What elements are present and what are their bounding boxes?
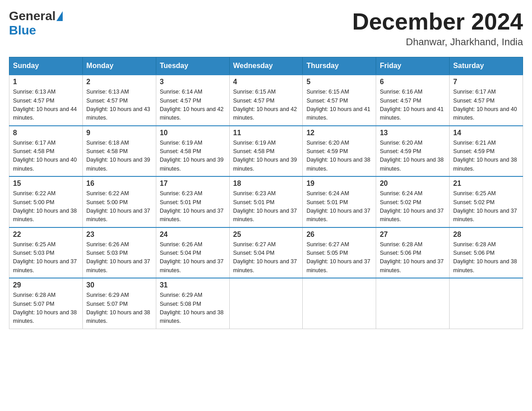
day-number: 16 bbox=[86, 180, 152, 188]
month-title: December 2024 bbox=[352, 9, 523, 34]
day-number: 20 bbox=[380, 180, 446, 188]
calendar-cell bbox=[229, 278, 303, 329]
calendar-cell: 18 Sunrise: 6:23 AMSunset: 5:01 PMDaylig… bbox=[229, 176, 303, 227]
calendar-cell: 2 Sunrise: 6:13 AMSunset: 4:57 PMDayligh… bbox=[82, 75, 156, 126]
day-number: 11 bbox=[233, 129, 299, 137]
calendar-cell: 19 Sunrise: 6:24 AMSunset: 5:01 PMDaylig… bbox=[303, 176, 376, 227]
day-number: 31 bbox=[160, 281, 226, 289]
calendar-cell: 27 Sunrise: 6:28 AMSunset: 5:06 PMDaylig… bbox=[376, 227, 450, 278]
logo-blue-text: Blue bbox=[9, 23, 36, 38]
day-number: 7 bbox=[453, 78, 519, 86]
title-section: December 2024 Dhanwar, Jharkhand, India bbox=[352, 9, 523, 48]
calendar-cell: 11 Sunrise: 6:19 AMSunset: 4:58 PMDaylig… bbox=[229, 126, 303, 177]
calendar-header-thursday: Thursday bbox=[303, 57, 376, 75]
day-number: 22 bbox=[13, 231, 79, 239]
day-info: Sunrise: 6:15 AMSunset: 4:57 PMDaylight:… bbox=[233, 89, 297, 121]
day-number: 27 bbox=[380, 231, 446, 239]
day-info: Sunrise: 6:17 AMSunset: 4:57 PMDaylight:… bbox=[453, 89, 517, 121]
day-number: 25 bbox=[233, 231, 299, 239]
calendar-cell: 31 Sunrise: 6:29 AMSunset: 5:08 PMDaylig… bbox=[156, 278, 229, 329]
day-info: Sunrise: 6:27 AMSunset: 5:05 PMDaylight:… bbox=[306, 241, 370, 274]
calendar-cell: 8 Sunrise: 6:17 AMSunset: 4:58 PMDayligh… bbox=[9, 126, 83, 177]
day-number: 28 bbox=[453, 231, 519, 239]
calendar-header-row: SundayMondayTuesdayWednesdayThursdayFrid… bbox=[9, 57, 523, 75]
calendar-cell: 14 Sunrise: 6:21 AMSunset: 4:59 PMDaylig… bbox=[450, 126, 523, 177]
day-number: 4 bbox=[233, 78, 299, 86]
day-info: Sunrise: 6:14 AMSunset: 4:57 PMDaylight:… bbox=[160, 89, 223, 121]
day-info: Sunrise: 6:20 AMSunset: 4:59 PMDaylight:… bbox=[380, 140, 443, 172]
day-info: Sunrise: 6:20 AMSunset: 4:59 PMDaylight:… bbox=[306, 140, 370, 172]
calendar-cell: 29 Sunrise: 6:28 AMSunset: 5:07 PMDaylig… bbox=[9, 278, 83, 329]
week-row-2: 8 Sunrise: 6:17 AMSunset: 4:58 PMDayligh… bbox=[9, 126, 523, 177]
calendar-cell: 26 Sunrise: 6:27 AMSunset: 5:05 PMDaylig… bbox=[303, 227, 376, 278]
calendar-cell: 24 Sunrise: 6:26 AMSunset: 5:04 PMDaylig… bbox=[156, 227, 229, 278]
day-number: 30 bbox=[86, 281, 152, 289]
calendar-header-saturday: Saturday bbox=[450, 57, 523, 75]
day-number: 1 bbox=[13, 78, 79, 86]
logo: General Blue bbox=[9, 9, 64, 38]
calendar-cell: 25 Sunrise: 6:27 AMSunset: 5:04 PMDaylig… bbox=[229, 227, 303, 278]
day-info: Sunrise: 6:13 AMSunset: 4:57 PMDaylight:… bbox=[86, 89, 150, 121]
day-number: 24 bbox=[160, 231, 226, 239]
day-info: Sunrise: 6:18 AMSunset: 4:58 PMDaylight:… bbox=[86, 140, 150, 172]
day-number: 8 bbox=[13, 129, 79, 137]
day-info: Sunrise: 6:25 AMSunset: 5:03 PMDaylight:… bbox=[13, 241, 77, 274]
day-number: 18 bbox=[233, 180, 299, 188]
day-info: Sunrise: 6:19 AMSunset: 4:58 PMDaylight:… bbox=[233, 140, 297, 172]
week-row-1: 1 Sunrise: 6:13 AMSunset: 4:57 PMDayligh… bbox=[9, 75, 523, 126]
calendar-cell: 10 Sunrise: 6:19 AMSunset: 4:58 PMDaylig… bbox=[156, 126, 229, 177]
day-info: Sunrise: 6:24 AMSunset: 5:01 PMDaylight:… bbox=[306, 190, 370, 223]
day-info: Sunrise: 6:23 AMSunset: 5:01 PMDaylight:… bbox=[233, 190, 297, 223]
day-info: Sunrise: 6:29 AMSunset: 5:08 PMDaylight:… bbox=[160, 292, 223, 324]
calendar-cell: 20 Sunrise: 6:24 AMSunset: 5:02 PMDaylig… bbox=[376, 176, 450, 227]
calendar-cell: 4 Sunrise: 6:15 AMSunset: 4:57 PMDayligh… bbox=[229, 75, 303, 126]
location-title: Dhanwar, Jharkhand, India bbox=[352, 36, 523, 48]
day-number: 2 bbox=[86, 78, 152, 86]
day-info: Sunrise: 6:24 AMSunset: 5:02 PMDaylight:… bbox=[380, 190, 443, 223]
calendar-header-friday: Friday bbox=[376, 57, 450, 75]
calendar-header-monday: Monday bbox=[82, 57, 156, 75]
day-number: 5 bbox=[306, 78, 372, 86]
day-number: 9 bbox=[86, 129, 152, 137]
day-number: 21 bbox=[453, 180, 519, 188]
day-info: Sunrise: 6:26 AMSunset: 5:03 PMDaylight:… bbox=[86, 241, 150, 274]
day-info: Sunrise: 6:29 AMSunset: 5:07 PMDaylight:… bbox=[86, 292, 150, 324]
day-info: Sunrise: 6:27 AMSunset: 5:04 PMDaylight:… bbox=[233, 241, 297, 274]
day-info: Sunrise: 6:28 AMSunset: 5:06 PMDaylight:… bbox=[380, 241, 443, 274]
day-info: Sunrise: 6:16 AMSunset: 4:57 PMDaylight:… bbox=[380, 89, 443, 121]
day-number: 13 bbox=[380, 129, 446, 137]
day-info: Sunrise: 6:26 AMSunset: 5:04 PMDaylight:… bbox=[160, 241, 223, 274]
calendar-cell: 3 Sunrise: 6:14 AMSunset: 4:57 PMDayligh… bbox=[156, 75, 229, 126]
page-header: General Blue December 2024 Dhanwar, Jhar… bbox=[9, 9, 523, 48]
day-info: Sunrise: 6:21 AMSunset: 4:59 PMDaylight:… bbox=[453, 140, 517, 172]
day-number: 6 bbox=[380, 78, 446, 86]
calendar-cell: 17 Sunrise: 6:23 AMSunset: 5:01 PMDaylig… bbox=[156, 176, 229, 227]
day-info: Sunrise: 6:15 AMSunset: 4:57 PMDaylight:… bbox=[306, 89, 370, 121]
logo-general-text: General bbox=[9, 9, 56, 23]
day-info: Sunrise: 6:28 AMSunset: 5:07 PMDaylight:… bbox=[13, 292, 77, 324]
calendar-header-tuesday: Tuesday bbox=[156, 57, 229, 75]
day-info: Sunrise: 6:28 AMSunset: 5:06 PMDaylight:… bbox=[453, 241, 517, 274]
calendar-header-wednesday: Wednesday bbox=[229, 57, 303, 75]
calendar-cell: 12 Sunrise: 6:20 AMSunset: 4:59 PMDaylig… bbox=[303, 126, 376, 177]
calendar-cell: 5 Sunrise: 6:15 AMSunset: 4:57 PMDayligh… bbox=[303, 75, 376, 126]
day-info: Sunrise: 6:23 AMSunset: 5:01 PMDaylight:… bbox=[160, 190, 223, 223]
calendar-cell: 13 Sunrise: 6:20 AMSunset: 4:59 PMDaylig… bbox=[376, 126, 450, 177]
day-number: 14 bbox=[453, 129, 519, 137]
calendar-cell: 28 Sunrise: 6:28 AMSunset: 5:06 PMDaylig… bbox=[450, 227, 523, 278]
day-info: Sunrise: 6:17 AMSunset: 4:58 PMDaylight:… bbox=[13, 140, 77, 172]
calendar-cell bbox=[376, 278, 450, 329]
calendar-cell: 22 Sunrise: 6:25 AMSunset: 5:03 PMDaylig… bbox=[9, 227, 83, 278]
calendar-cell: 21 Sunrise: 6:25 AMSunset: 5:02 PMDaylig… bbox=[450, 176, 523, 227]
day-number: 10 bbox=[160, 129, 226, 137]
day-number: 3 bbox=[160, 78, 226, 86]
day-number: 26 bbox=[306, 231, 372, 239]
logo-triangle-icon bbox=[56, 11, 63, 21]
calendar-cell: 9 Sunrise: 6:18 AMSunset: 4:58 PMDayligh… bbox=[82, 126, 156, 177]
day-number: 17 bbox=[160, 180, 226, 188]
calendar-cell: 16 Sunrise: 6:22 AMSunset: 5:00 PMDaylig… bbox=[82, 176, 156, 227]
day-info: Sunrise: 6:19 AMSunset: 4:58 PMDaylight:… bbox=[160, 140, 223, 172]
day-info: Sunrise: 6:22 AMSunset: 5:00 PMDaylight:… bbox=[86, 190, 150, 223]
calendar-cell: 30 Sunrise: 6:29 AMSunset: 5:07 PMDaylig… bbox=[82, 278, 156, 329]
calendar-cell bbox=[303, 278, 376, 329]
